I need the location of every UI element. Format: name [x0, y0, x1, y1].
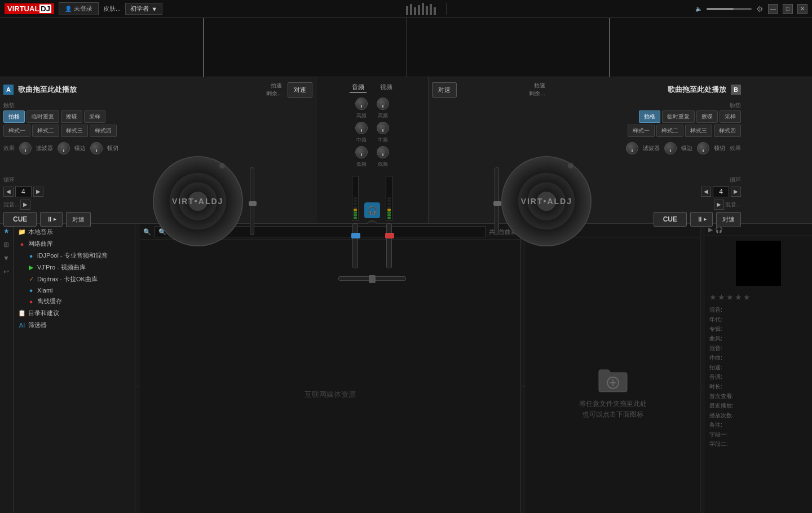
- deck-a-loop-label: 循环: [3, 176, 91, 184]
- star-3[interactable]: ★: [726, 293, 734, 302]
- deck-a-pad-btn-1[interactable]: 拍格: [3, 110, 25, 123]
- star-4[interactable]: ★: [735, 293, 742, 302]
- sidebar-icon-filter[interactable]: ▼: [1, 253, 11, 263]
- star-rating[interactable]: ★ ★ ★ ★ ★: [705, 290, 812, 304]
- mixer-low-label-right: 低频: [378, 161, 388, 168]
- deck-a-pad-btn-3[interactable]: 擦碟: [61, 110, 82, 123]
- deck-a-knob-1[interactable]: [19, 142, 32, 154]
- deck-a-turntable[interactable]: VIRT•ALDJ: [153, 156, 243, 246]
- deck-a-loop-value: 4: [15, 186, 32, 197]
- deck-b-pad-btn-1[interactable]: 拍格: [639, 110, 660, 123]
- deck-b-pad-btn-2[interactable]: 临时重复: [662, 110, 695, 123]
- deck-a-transport: CUE ⏸▶ 对速: [3, 212, 91, 227]
- star-2[interactable]: ★: [718, 293, 725, 302]
- deck-b-loop-mix-button[interactable]: ▶: [714, 200, 724, 210]
- digitrax-label: Digitrax - 卡拉OK曲库: [37, 275, 98, 284]
- deck-b-knob-1[interactable]: [626, 142, 638, 154]
- crossfader-track[interactable]: [338, 276, 406, 281]
- skin-label: 皮肤...: [103, 5, 121, 13]
- mixer-tab-audio[interactable]: 音频: [350, 82, 367, 93]
- mixer-high-label-right: 高频: [378, 112, 388, 120]
- star-5[interactable]: ★: [743, 293, 751, 302]
- deck-b-turntable[interactable]: VIRT•ALDJ: [501, 156, 592, 246]
- bottom-panel: ★ ⊞ ▼ ↩ 📁 本地音乐 ● 网络曲库 ● iDJPool - 专业音频和混…: [0, 224, 812, 513]
- deck-a-style-btn-1[interactable]: 样式一: [3, 125, 30, 137]
- mixer-low-knob-left[interactable]: [355, 146, 368, 158]
- mixer-vu-right: [386, 176, 392, 221]
- deck-a-cue-button[interactable]: CUE: [3, 212, 37, 227]
- resize-handle-left[interactable]: ⋮: [135, 224, 140, 513]
- deck-a-loop-mix-button[interactable]: ▶: [20, 200, 30, 210]
- sidebar-item-xiami[interactable]: ● Xiami: [16, 285, 133, 295]
- deck-a-knob-3[interactable]: [90, 142, 103, 154]
- deck-b-pad-btn-3[interactable]: 擦碟: [696, 110, 718, 123]
- deck-b-loop-section: 循环 ◀ 4 ▶ ▶ 混音... CUE ⏸▶ 对速: [654, 176, 741, 227]
- deck-b-style-btn-4[interactable]: 样式四: [714, 125, 741, 137]
- resize-handle-right[interactable]: ⋮: [700, 224, 705, 513]
- deck-b-cue-button[interactable]: CUE: [654, 212, 687, 227]
- dj-area: A 歌曲拖至此处播放 拍速 剩余... 对速 触垫 拍格 临时重复 擦碟 采样 …: [0, 77, 812, 224]
- sidebar-item-catalog[interactable]: 📋 目录和建议: [16, 307, 133, 319]
- deck-b-style-btn-1[interactable]: 样式一: [628, 125, 655, 137]
- maximize-button[interactable]: □: [783, 4, 793, 14]
- sidebar-item-offline-cache[interactable]: ● 离线缓存: [16, 295, 133, 307]
- sidebar-item-idjpool[interactable]: ● iDJPool - 专业音频和混音: [16, 250, 133, 262]
- star-1[interactable]: ★: [709, 293, 717, 302]
- eq-bar-4: [418, 5, 420, 15]
- settings-icon[interactable]: ⚙: [756, 5, 764, 14]
- deck-b-fx2-label: 镶边: [681, 144, 692, 152]
- level-dropdown[interactable]: 初学者 ▼: [125, 3, 162, 15]
- mixer-mid-label-right: 中频: [378, 136, 388, 144]
- mixer-high-knob-right[interactable]: [377, 98, 389, 110]
- resize-handle-mid[interactable]: ⋮: [521, 224, 526, 513]
- mixer-mid-knob-right[interactable]: [377, 122, 389, 134]
- sidebar-item-vjpro[interactable]: ▶ VJ'Pro - 视频曲库: [16, 262, 133, 273]
- volume-slider[interactable]: [707, 8, 752, 10]
- deck-b-style-btn-2[interactable]: 样式二: [656, 125, 683, 137]
- deck-b-bpm: 拍速 剩余...: [457, 82, 545, 98]
- mixer-fader-right[interactable]: [386, 223, 392, 268]
- deck-a-sync-button[interactable]: 对速: [288, 82, 312, 98]
- deck-a-sync-button-2[interactable]: 对速: [66, 212, 91, 227]
- deck-b-sync-button[interactable]: 对速: [432, 82, 457, 98]
- deck-a-pitch-slider[interactable]: [250, 167, 254, 235]
- deck-a-loop-next-button[interactable]: ▶: [33, 187, 43, 197]
- sidebar-item-digitrax[interactable]: ✓ Digitrax - 卡拉OK曲库: [16, 273, 133, 285]
- user-button[interactable]: 👤 未登录: [59, 2, 99, 15]
- deck-a-pad-btn-4[interactable]: 采样: [84, 110, 105, 123]
- deck-a-style-btn-3[interactable]: 样式三: [61, 125, 88, 137]
- close-button[interactable]: ✕: [797, 4, 807, 14]
- sidebar-icon-back[interactable]: ↩: [1, 267, 11, 277]
- deck-b-title: 歌曲拖至此处播放: [550, 85, 726, 95]
- deck-b-pad-btn-4[interactable]: 采样: [720, 110, 741, 123]
- app-logo: VIRTUALDJ: [5, 3, 54, 14]
- deck-a-knob-2[interactable]: [58, 142, 70, 154]
- deck-b-pitch-slider[interactable]: [495, 167, 499, 235]
- deck-a-style-btn-4[interactable]: 样式四: [90, 125, 117, 137]
- mixer-tab-video[interactable]: 视频: [378, 82, 395, 93]
- mixer-low-label-left: 低频: [356, 161, 367, 168]
- mixer-low-knob-right[interactable]: [377, 146, 389, 158]
- mixer-fader-left[interactable]: [352, 223, 358, 268]
- deck-b-loop-next-button[interactable]: ▶: [731, 187, 741, 197]
- deck-b-loop-prev-button[interactable]: ◀: [701, 187, 711, 197]
- deck-a-style-btn-2[interactable]: 样式二: [32, 125, 59, 137]
- deck-a-pad-btn-2[interactable]: 临时重复: [27, 110, 59, 123]
- deck-b-knob-3[interactable]: [697, 142, 709, 154]
- waveform-playhead-right: [609, 18, 610, 77]
- sidebar-item-filter[interactable]: AI 筛选器: [16, 319, 133, 331]
- deck-b-label: B: [731, 85, 741, 95]
- deck-b-sync-button-2[interactable]: 对速: [716, 212, 741, 227]
- deck-b-knob-2[interactable]: [664, 142, 677, 154]
- minimize-button[interactable]: —: [768, 4, 778, 14]
- mixer-high-label-left: 高频: [356, 112, 367, 120]
- deck-a-play-button[interactable]: ⏸▶: [40, 212, 63, 227]
- mixer-high-knob-left[interactable]: [355, 98, 368, 110]
- deck-b-style-btn-3[interactable]: 样式三: [685, 125, 712, 137]
- deck-a-loop-prev-button[interactable]: ◀: [3, 187, 14, 197]
- info-field-duration: 时长:: [709, 383, 807, 391]
- mixer-mid-knob-left[interactable]: [355, 122, 368, 134]
- mixer-headphone-button[interactable]: 🎧: [364, 202, 380, 218]
- waveform-playhead-left: [203, 18, 204, 77]
- deck-b-play-button[interactable]: ⏸▶: [690, 212, 713, 227]
